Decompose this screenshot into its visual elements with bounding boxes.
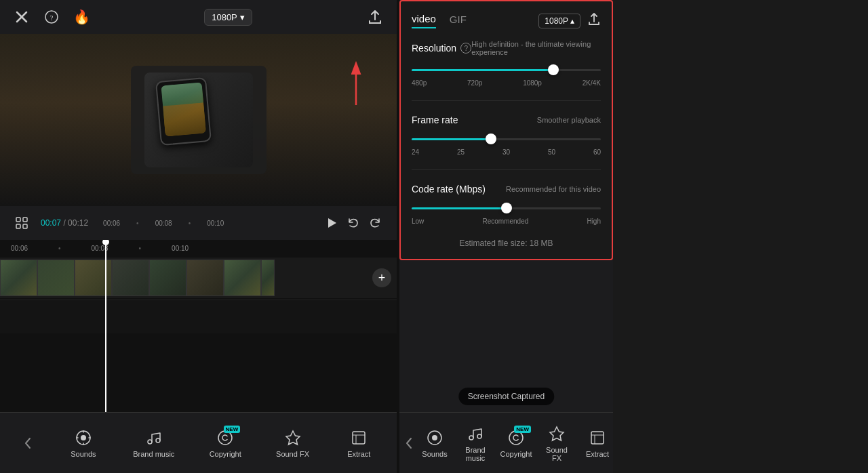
playhead <box>105 240 106 412</box>
resolution-button[interactable]: 1080P ▾ <box>204 9 252 26</box>
svg-rect-15 <box>353 432 365 444</box>
fire-icon[interactable]: 🔥 <box>71 6 92 28</box>
resolution-track <box>412 69 601 71</box>
new-badge: NEW <box>224 426 241 433</box>
video-preview <box>0 34 397 206</box>
right-toolbar-copyright[interactable]: NEW Copyright <box>496 426 536 461</box>
right-toolbar-brand-music[interactable]: Brand music <box>455 421 496 465</box>
frame-rate-header: Frame rate Smoother playback <box>412 115 601 125</box>
code-rate-thumb[interactable] <box>501 203 512 213</box>
timeline-ruler: 00:06 • 00:08 • 00:10 <box>0 240 397 256</box>
time-display: 00:07 / 00:12 <box>41 218 88 228</box>
film-frame <box>224 260 261 296</box>
overlay-upload-button[interactable] <box>587 12 601 29</box>
undo-button[interactable] <box>342 212 364 234</box>
right-toolbar-extract[interactable]: Extract <box>577 426 618 461</box>
divider-2 <box>412 169 601 170</box>
svg-rect-6 <box>23 218 27 222</box>
code-rate-desc: Recommended for this video <box>506 185 601 193</box>
extract-label: Extract <box>347 450 370 458</box>
code-rate-labels: Low Recommended High <box>412 218 601 225</box>
audio-track <box>0 300 397 333</box>
right-brand-music-label: Brand music <box>460 446 490 462</box>
tab-video[interactable]: video <box>412 13 436 28</box>
right-toolbar-sounds[interactable]: Sounds <box>414 426 455 461</box>
resolution-label: Resolution ? <box>412 43 471 54</box>
overlay-resolution-button[interactable]: 1080P ▴ <box>538 14 580 28</box>
film-frame <box>261 260 275 296</box>
toolbar-copyright[interactable]: NEW Copyright <box>204 426 247 461</box>
right-sounds-label: Sounds <box>422 450 447 458</box>
playback-controls: 00:07 / 00:12 00:06 • 00:08 • 00:10 <box>0 206 397 240</box>
frame-rate-fill <box>412 138 491 140</box>
top-bar-left: ? 🔥 <box>11 6 92 28</box>
redo-button[interactable] <box>364 212 386 234</box>
sounds-icon <box>74 428 93 447</box>
svg-point-20 <box>509 431 523 445</box>
file-size-estimate: Estimated file size: 18 MB <box>412 239 601 248</box>
top-bar: ? 🔥 1080P ▾ <box>0 0 397 34</box>
svg-point-13 <box>218 431 232 445</box>
code-rate-setting: Code rate (Mbps) Recommended for this vi… <box>412 184 601 225</box>
frame-rate-thumb[interactable] <box>486 133 496 144</box>
sound-fx-icon <box>283 428 302 447</box>
svg-text:?: ? <box>50 14 54 22</box>
film-frame <box>37 260 75 296</box>
svg-point-17 <box>432 435 437 440</box>
screenshot-message: Screenshot Captured <box>458 388 554 405</box>
upload-button[interactable] <box>364 6 386 28</box>
play-button[interactable] <box>321 212 342 234</box>
code-rate-fill <box>412 207 507 209</box>
overlay-header: video GIF 1080P ▴ <box>412 12 601 29</box>
right-sounds-icon <box>425 428 444 447</box>
close-button[interactable] <box>11 6 33 28</box>
bottom-toolbar: Sounds Brand music NEW Copyright <box>0 412 397 473</box>
copyright-icon: NEW <box>216 428 235 447</box>
back-button[interactable] <box>18 432 39 454</box>
film-strip <box>0 260 397 296</box>
svg-point-19 <box>477 434 481 438</box>
right-sound-fx-label: Sound FX <box>542 446 572 462</box>
resolution-thumb[interactable] <box>548 64 559 75</box>
arrow-indicator <box>342 61 370 108</box>
frame-rate-track <box>412 138 601 140</box>
right-panel: video GIF 1080P ▴ ↑ 00:0700:06•00:08•00:… <box>399 0 613 473</box>
toolbar-extract[interactable]: Extract <box>338 426 379 461</box>
toolbar-brand-music[interactable]: Brand music <box>127 426 180 461</box>
frame-rate-labels: 24 25 30 50 60 <box>412 148 601 156</box>
svg-rect-7 <box>16 224 20 228</box>
right-toolbar-sound-fx[interactable]: Sound FX <box>536 421 577 465</box>
svg-rect-5 <box>16 218 20 222</box>
toolbar-sound-fx[interactable]: Sound FX <box>271 426 315 461</box>
export-settings-overlay: video GIF 1080P ▴ Resolut <box>399 0 613 260</box>
svg-point-10 <box>81 435 86 440</box>
toolbar-sounds[interactable]: Sounds <box>63 426 104 461</box>
frame-rate-slider[interactable] <box>412 132 601 146</box>
right-extract-icon <box>588 428 607 447</box>
film-frame <box>112 260 149 296</box>
svg-marker-21 <box>550 427 564 440</box>
resolution-setting: Resolution ? High definition - the ultim… <box>412 40 601 87</box>
video-background <box>0 34 397 206</box>
right-bottom-toolbar: Sounds Brand music NEW Copyright <box>399 412 613 473</box>
extract-icon <box>349 428 368 447</box>
right-extract-label: Extract <box>586 450 609 458</box>
left-panel: ? 🔥 1080P ▾ <box>0 0 397 473</box>
divider-1 <box>412 100 601 101</box>
ruler-marks: 00:06 • 00:08 • 00:10 <box>5 245 189 252</box>
code-rate-slider[interactable] <box>412 201 601 215</box>
svg-marker-14 <box>286 431 300 445</box>
sounds-label: Sounds <box>71 450 96 458</box>
help-button[interactable]: ? <box>41 6 62 28</box>
film-frame <box>186 260 224 296</box>
resolution-info-icon[interactable]: ? <box>460 43 471 54</box>
svg-rect-8 <box>23 224 27 228</box>
svg-point-11 <box>148 440 152 444</box>
add-track-button[interactable]: + <box>372 268 391 287</box>
right-back-button[interactable] <box>405 435 414 451</box>
tab-gif[interactable]: GIF <box>450 14 467 28</box>
resolution-slider[interactable] <box>412 63 601 77</box>
expand-button[interactable] <box>11 212 33 234</box>
resolution-header: Resolution ? High definition - the ultim… <box>412 40 601 56</box>
timeline-area: 00:06 • 00:08 • 00:10 + <box>0 240 397 412</box>
